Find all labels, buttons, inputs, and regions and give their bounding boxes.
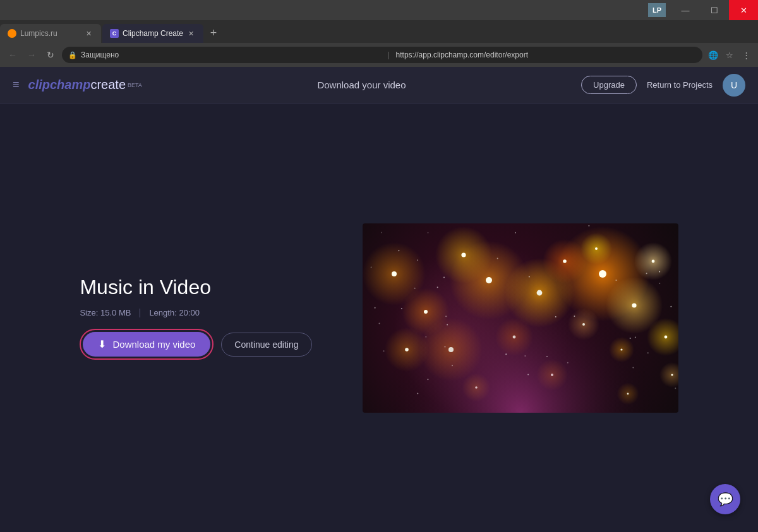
tab-bar: Lumpics.ru ✕ C Clipchamp Create ✕ + (0, 20, 758, 43)
download-icon: ⬇ (98, 338, 106, 350)
support-chat-icon: 💬 (718, 492, 733, 507)
logo-create: create (90, 78, 126, 92)
support-chat-button[interactable]: 💬 (710, 484, 740, 514)
header-actions: Upgrade Return to Projects U (581, 74, 745, 97)
minimize-button[interactable]: — (671, 0, 700, 20)
address-bar-actions: 🌐 ☆ ⋮ (706, 48, 753, 62)
logo: clipchamp create BETA (28, 78, 142, 92)
tab-lumpics-label: Lumpics.ru (20, 29, 81, 38)
app-header: ≡ clipchamp create BETA Download your vi… (0, 67, 758, 103)
protected-text: Защищено (81, 50, 381, 59)
new-tab-button[interactable]: + (205, 24, 222, 42)
maximize-button[interactable]: ☐ (700, 0, 729, 20)
logo-beta: BETA (128, 82, 142, 88)
address-input[interactable]: 🔒 Защищено | https://app.clipchamp.com/e… (62, 47, 702, 63)
video-size: Size: 15.0 MB (80, 308, 131, 317)
lumpics-favicon (8, 29, 16, 38)
app-container: ≡ clipchamp create BETA Download your vi… (0, 67, 758, 532)
titlebar-user-avatar: LP (648, 3, 666, 17)
lock-icon: 🔒 (68, 51, 77, 59)
left-panel: Music in Video Size: 15.0 MB Length: 20:… (80, 276, 311, 360)
download-button[interactable]: ⬇ Download my video (83, 332, 210, 357)
tab-clipchamp-close[interactable]: ✕ (186, 28, 196, 38)
user-avatar[interactable]: U (723, 74, 745, 97)
tab-clipchamp-label: Clipchamp Create (123, 29, 183, 38)
action-buttons: ⬇ Download my video Continue editing (80, 329, 311, 360)
browser-chrome: LP — ☐ ✕ Lumpics.ru ✕ C Clipchamp Create… (0, 0, 758, 67)
forward-button[interactable]: → (24, 47, 39, 62)
translate-button[interactable]: 🌐 (706, 48, 720, 62)
reload-button[interactable]: ↻ (43, 47, 58, 62)
return-to-projects-link[interactable]: Return to Projects (647, 80, 713, 90)
logo-clipchamp: clipchamp (28, 78, 91, 92)
video-preview (363, 223, 678, 413)
download-button-label: Download my video (112, 339, 195, 350)
video-title: Music in Video (80, 276, 211, 299)
bookmark-button[interactable]: ☆ (723, 48, 737, 62)
upgrade-button[interactable]: Upgrade (581, 76, 637, 94)
video-meta: Size: 15.0 MB Length: 20:00 (80, 308, 199, 317)
tab-lumpics[interactable]: Lumpics.ru ✕ (0, 24, 101, 43)
url-text: https://app.clipchamp.com/editor/export (396, 50, 696, 59)
back-button[interactable]: ← (5, 47, 20, 62)
address-separator: | (387, 50, 389, 59)
hamburger-icon[interactable]: ≡ (13, 78, 20, 92)
download-button-wrapper: ⬇ Download my video (80, 329, 214, 360)
video-thumbnail (363, 223, 678, 413)
header-title: Download your video (317, 80, 406, 90)
continue-editing-button[interactable]: Continue editing (221, 333, 311, 357)
close-button[interactable]: ✕ (729, 0, 758, 20)
more-button[interactable]: ⋮ (739, 48, 753, 62)
tab-clipchamp[interactable]: C Clipchamp Create ✕ (102, 24, 203, 43)
main-content: Music in Video Size: 15.0 MB Length: 20:… (0, 103, 758, 532)
meta-separator (140, 309, 140, 317)
video-length: Length: 20:00 (149, 308, 200, 317)
clipchamp-favicon: C (110, 29, 119, 38)
header-center: Download your video (142, 80, 581, 90)
title-bar: LP — ☐ ✕ (0, 0, 758, 20)
tab-lumpics-close[interactable]: ✕ (83, 28, 93, 38)
address-bar: ← → ↻ 🔒 Защищено | https://app.clipchamp… (0, 43, 758, 67)
